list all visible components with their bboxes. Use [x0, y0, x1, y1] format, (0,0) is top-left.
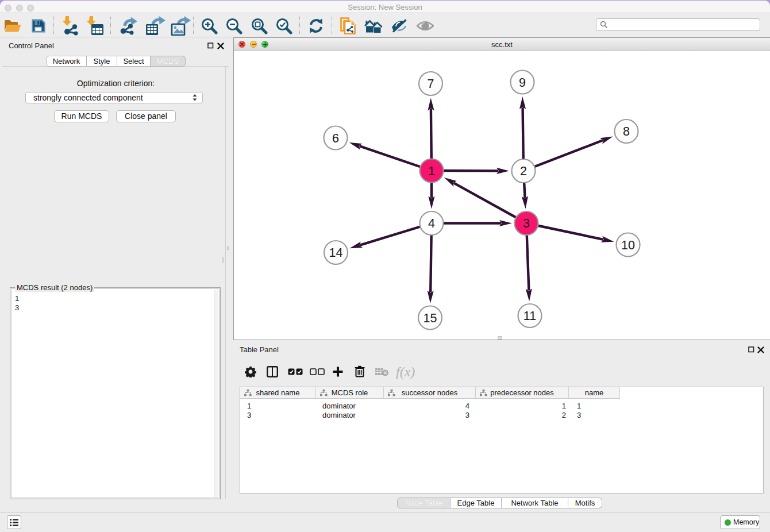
svg-text:7: 7 — [428, 77, 434, 91]
svg-text:11: 11 — [523, 309, 536, 323]
svg-text:4: 4 — [428, 217, 435, 230]
svg-text:9: 9 — [519, 76, 526, 90]
svg-text:15: 15 — [424, 311, 437, 325]
svg-text:2: 2 — [520, 164, 527, 178]
svg-text:10: 10 — [621, 238, 635, 252]
svg-text:1: 1 — [428, 164, 435, 178]
svg-text:3: 3 — [523, 217, 530, 230]
svg-text:14: 14 — [329, 246, 343, 260]
svg-text:6: 6 — [332, 132, 339, 145]
svg-text:8: 8 — [623, 125, 630, 138]
